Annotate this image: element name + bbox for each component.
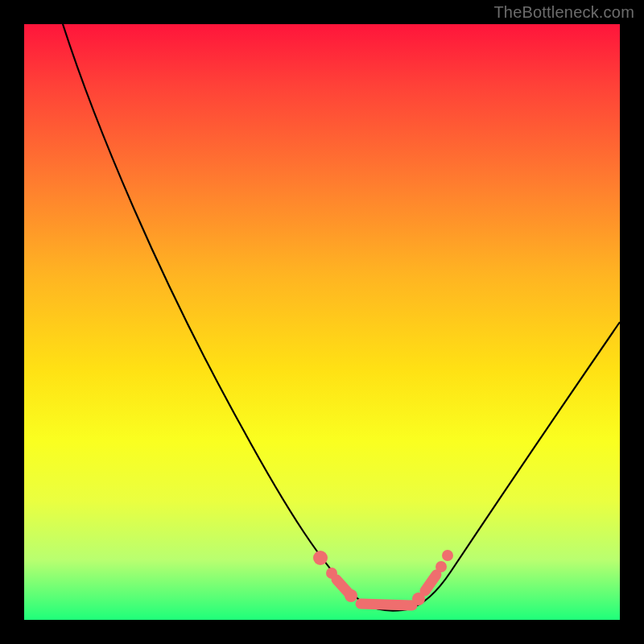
- watermark-text: TheBottleneck.com: [493, 3, 634, 22]
- gradient-plot-area: [24, 24, 620, 620]
